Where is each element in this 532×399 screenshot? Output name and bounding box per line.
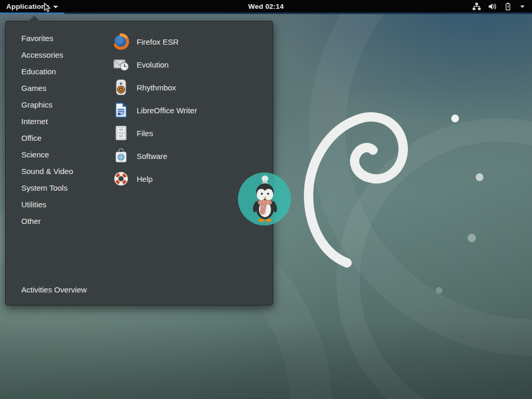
firefox-icon (113, 33, 129, 50)
menu-pointer-notch (29, 16, 40, 21)
libreoffice-writer-icon (113, 102, 129, 118)
category-item-graphics[interactable]: Graphics (21, 99, 73, 110)
app-item-libreoffice-writer[interactable]: LibreOffice Writer (113, 102, 197, 118)
mouse-cursor (44, 3, 52, 15)
category-list: Favorites Accessories Education Games Gr… (21, 33, 73, 232)
rhythmbox-icon (113, 79, 129, 96)
wallpaper-dot (476, 174, 484, 181)
app-item-help[interactable]: Help (113, 170, 197, 187)
applications-menu-panel: Favorites Accessories Education Games Gr… (5, 21, 273, 305)
app-item-rhythmbox[interactable]: Rhythmbox (113, 79, 197, 96)
category-item-games[interactable]: Games (21, 83, 73, 94)
penguin-avatar (238, 172, 291, 225)
clock-label: Wed 02:14 (248, 3, 284, 10)
app-label: Help (137, 175, 153, 183)
battery-charging-icon[interactable] (503, 2, 512, 11)
clock[interactable]: Wed 02:14 (0, 0, 532, 12)
category-item-other[interactable]: Other (21, 216, 73, 227)
volume-icon[interactable] (488, 2, 497, 11)
system-status-area[interactable] (469, 0, 529, 12)
app-label: Files (137, 129, 153, 138)
chevron-down-icon[interactable] (519, 3, 526, 10)
help-icon (113, 170, 129, 187)
network-wired-icon[interactable] (472, 2, 481, 11)
penguin-illustration (248, 175, 281, 224)
app-item-files[interactable]: Files (113, 125, 197, 141)
category-item-accessories[interactable]: Accessories (21, 49, 73, 60)
category-item-internet[interactable]: Internet (21, 116, 73, 127)
app-list: Firefox ESR Evolution (113, 33, 197, 187)
debian-swirl-logo (309, 117, 403, 263)
topbar-bottom-border (0, 12, 532, 14)
activities-overview-button[interactable]: Activities Overview (21, 284, 87, 295)
files-icon (113, 125, 129, 141)
app-label: Software (137, 152, 167, 161)
app-label: LibreOffice Writer (137, 106, 197, 115)
wave-ring (348, 130, 532, 399)
app-item-firefox[interactable]: Firefox ESR (113, 33, 197, 50)
app-item-evolution[interactable]: Evolution (113, 56, 197, 73)
category-item-science[interactable]: Science (21, 149, 73, 160)
app-label: Rhythmbox (137, 83, 176, 92)
applications-active-indicator (0, 12, 64, 14)
app-label: Firefox ESR (137, 37, 179, 46)
category-item-education[interactable]: Education (21, 66, 73, 77)
wave-ring (327, 0, 532, 338)
wallpaper-dot (468, 234, 476, 242)
category-item-utilities[interactable]: Utilities (21, 199, 73, 210)
app-item-software[interactable]: Software (113, 148, 197, 164)
top-bar: Applications Wed 02:14 (0, 0, 532, 14)
category-item-sound-video[interactable]: Sound & Video (21, 166, 73, 177)
category-item-favorites[interactable]: Favorites (21, 33, 73, 44)
software-icon (113, 148, 129, 164)
app-label: Evolution (137, 60, 169, 69)
category-item-office[interactable]: Office (21, 132, 73, 143)
category-item-system-tools[interactable]: System Tools (21, 182, 73, 193)
evolution-icon (113, 56, 129, 73)
wallpaper-dot (451, 115, 459, 123)
wallpaper-dot (436, 287, 443, 294)
